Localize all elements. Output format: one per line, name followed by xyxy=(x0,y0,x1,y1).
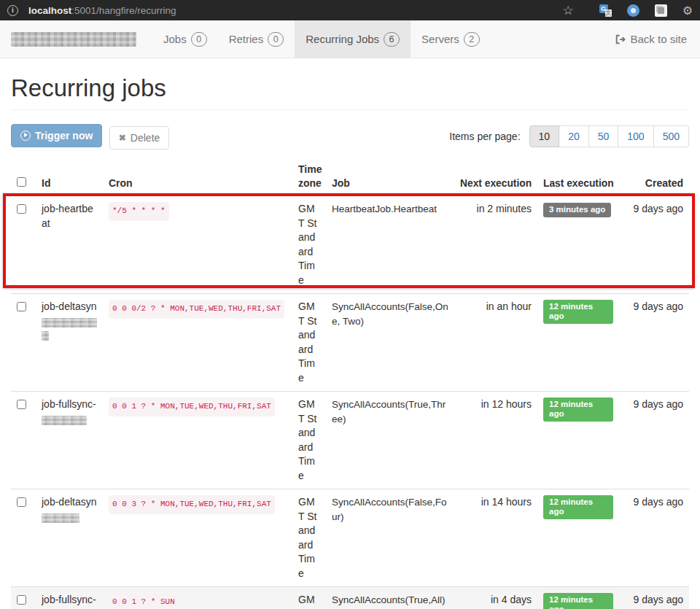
tab-count-badge: 0 xyxy=(268,32,284,47)
row-checkbox[interactable] xyxy=(17,595,26,605)
table-body: job-heartbeat */5 * * * * GMT Standard T… xyxy=(11,195,689,609)
page-size-20[interactable]: 20 xyxy=(559,125,589,147)
recurring-jobs-table-wrap: Id Cron Time zone Job Next execution Las… xyxy=(11,158,689,609)
row-checkbox[interactable] xyxy=(17,204,26,214)
header-created: Created xyxy=(619,158,689,195)
translate-glyph-2: 文 xyxy=(605,9,612,17)
cron-cell: 0 0 0/2 ? * MON,TUE,WED,THU,FRI,SAT xyxy=(103,294,292,392)
job-id-text: job-heartbeat xyxy=(42,203,93,229)
tab-count-badge: 2 xyxy=(464,32,480,47)
delete-label: Delete xyxy=(131,132,160,144)
header-next-execution: Next execution xyxy=(454,158,537,195)
timezone-cell: GMT Standard Time xyxy=(292,195,326,294)
hangfire-navbar: Jobs0Retries0Recurring Jobs6Servers2 Bac… xyxy=(0,20,700,58)
next-execution-cell: in 14 hours xyxy=(454,489,537,587)
x-icon: ✖ xyxy=(119,133,126,143)
cron-cell: */5 * * * * xyxy=(103,195,292,294)
recurring-job-row: job-heartbeat */5 * * * * GMT Standard T… xyxy=(11,195,689,294)
browser-menu-gear-icon[interactable]: ⚙ xyxy=(682,4,693,17)
cron-cell: 0 0 1 ? * MON,TUE,WED,THU,FRI,SAT xyxy=(103,392,292,489)
last-execution-badge[interactable]: 12 minutes ago xyxy=(543,397,613,422)
tab-jobs[interactable]: Jobs0 xyxy=(152,20,218,58)
recurring-job-row: job-fullsync- 0 0 1 ? * MON,TUE,WED,THU,… xyxy=(11,392,689,489)
job-id-cell[interactable]: job-fullsync- xyxy=(36,392,103,489)
tab-label: Recurring Jobs xyxy=(306,33,379,45)
cron-expression: 0 0 1 ? * SUN xyxy=(109,593,179,609)
cron-cell: 0 0 3 ? * MON,TUE,WED,THU,FRI,SAT xyxy=(103,489,292,587)
back-to-site-label: Back to site xyxy=(630,33,687,45)
redacted-id-fragment xyxy=(42,513,79,523)
job-id-text: job-deltasyn xyxy=(42,496,97,508)
job-id-cell[interactable]: job-deltasyn xyxy=(36,294,103,392)
job-id-cell[interactable]: job-deltasyn xyxy=(36,489,103,587)
tab-recurring-jobs[interactable]: Recurring Jobs6 xyxy=(295,20,411,58)
tab-count-badge: 6 xyxy=(384,32,400,47)
row-checkbox[interactable] xyxy=(17,497,26,507)
job-cell: SyncAllAccounts(False,Four) xyxy=(326,489,454,587)
tab-label: Retries xyxy=(229,33,264,45)
last-execution-badge[interactable]: 12 minutes ago xyxy=(543,593,613,609)
last-execution-badge[interactable]: 12 minutes ago xyxy=(543,495,613,519)
timezone-cell: GMT Standard Time xyxy=(292,294,326,392)
url-text[interactable]: localhost:5001/hangfire/recurring xyxy=(28,5,176,16)
recurring-job-row: job-deltasyn 0 0 0/2 ? * MON,TUE,WED,THU… xyxy=(11,294,689,392)
items-per-page-label: Items per page: xyxy=(449,131,520,142)
last-execution-cell: 3 minutes ago xyxy=(537,195,619,294)
page-size-10[interactable]: 10 xyxy=(529,125,560,147)
select-all-checkbox[interactable] xyxy=(17,177,26,187)
job-cell: SyncAllAccounts(True,Three) xyxy=(326,392,454,489)
browser-url-bar: i localhost:5001/hangfire/recurring ☆ G文… xyxy=(0,0,700,20)
page-size-500[interactable]: 500 xyxy=(654,125,689,147)
page-size-50[interactable]: 50 xyxy=(589,125,619,147)
job-cell: SyncAllAccounts(True,All) xyxy=(326,587,454,609)
next-execution-cell: in 4 days xyxy=(454,587,537,609)
created-cell: 9 days ago xyxy=(619,294,689,392)
row-select-cell xyxy=(11,294,36,392)
recurring-jobs-table: Id Cron Time zone Job Next execution Las… xyxy=(11,158,689,609)
tab-servers[interactable]: Servers2 xyxy=(411,20,491,58)
cube-glyph xyxy=(658,7,664,14)
redacted-id-fragment xyxy=(42,416,87,425)
cron-expression: 0 0 1 ? * MON,TUE,WED,THU,FRI,SAT xyxy=(109,397,275,416)
job-id-cell[interactable]: job-fullsync- xyxy=(36,587,103,609)
row-checkbox[interactable] xyxy=(17,302,26,311)
last-execution-badge[interactable]: 12 minutes ago xyxy=(543,300,613,324)
header-cron: Cron xyxy=(103,158,292,195)
last-execution-badge[interactable]: 3 minutes ago xyxy=(543,203,611,217)
toolbar: Trigger now ✖ Delete Items per page: 102… xyxy=(11,125,689,148)
delete-button[interactable]: ✖ Delete xyxy=(109,126,170,150)
brand-redacted-logo[interactable] xyxy=(11,32,136,47)
page-size-100[interactable]: 100 xyxy=(618,125,653,147)
timezone-cell: GMT Standard Time xyxy=(292,392,326,489)
header-job: Job xyxy=(326,158,454,195)
tab-label: Servers xyxy=(421,33,459,45)
job-id-cell[interactable]: job-heartbeat xyxy=(36,195,103,294)
row-select-cell xyxy=(11,392,36,489)
created-cell: 9 days ago xyxy=(619,392,689,489)
created-cell: 9 days ago xyxy=(619,587,689,609)
tab-label: Jobs xyxy=(163,33,187,45)
cron-expression: */5 * * * * xyxy=(109,202,169,221)
next-execution-cell: in 12 hours xyxy=(454,392,537,489)
job-cell: SyncAllAccounts(False,One, Two) xyxy=(326,294,454,392)
trigger-now-button[interactable]: Trigger now xyxy=(11,124,102,147)
timezone-cell: GMT Standard Time xyxy=(292,587,326,609)
created-cell: 9 days ago xyxy=(619,195,689,294)
timezone-cell: GMT Standard Time xyxy=(292,489,326,587)
cube-extension-icon[interactable] xyxy=(655,4,667,17)
recurring-job-row: job-fullsync- 0 0 1 ? * SUN GMT Standard… xyxy=(11,587,689,609)
redacted-id-fragment xyxy=(42,331,49,341)
cron-cell: 0 0 1 ? * SUN xyxy=(103,587,292,609)
play-circle-icon xyxy=(20,131,31,141)
ring-extension-icon[interactable] xyxy=(627,4,639,17)
row-checkbox[interactable] xyxy=(17,400,26,409)
recurring-job-row: job-deltasyn 0 0 3 ? * MON,TUE,WED,THU,F… xyxy=(11,489,689,587)
back-to-site-link[interactable]: Back to site xyxy=(615,20,700,58)
site-info-icon[interactable]: i xyxy=(7,5,18,16)
bookmark-star-icon[interactable]: ☆ xyxy=(562,4,573,17)
tab-retries[interactable]: Retries0 xyxy=(218,20,295,58)
last-execution-cell: 12 minutes ago xyxy=(537,294,619,392)
translate-extension-icon[interactable]: G文 xyxy=(599,4,612,17)
table-header-row: Id Cron Time zone Job Next execution Las… xyxy=(11,158,689,195)
url-path: :5001/hangfire/recurring xyxy=(71,5,176,16)
